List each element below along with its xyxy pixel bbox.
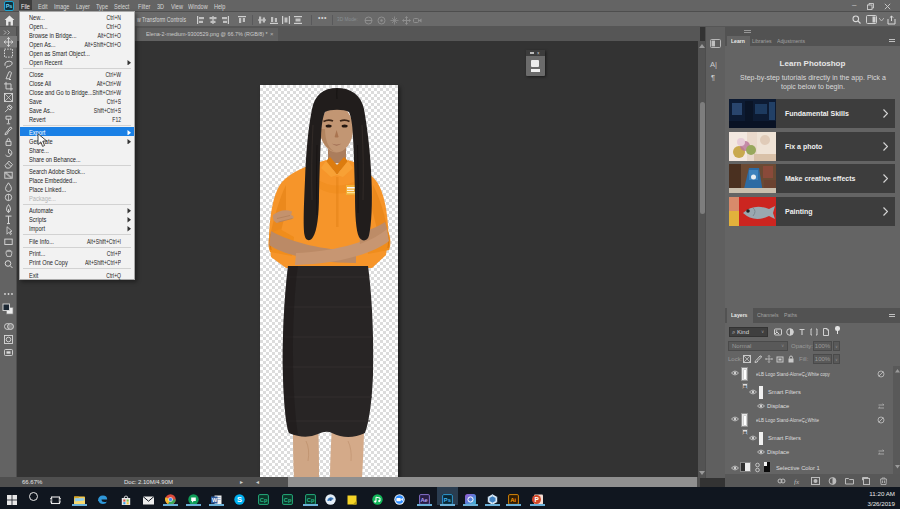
svg-text:S: S	[237, 495, 242, 504]
svg-text:fx: fx	[794, 478, 800, 486]
svg-text:W: W	[212, 497, 218, 503]
svg-text:Cp: Cp	[307, 497, 315, 503]
svg-text:Ps: Ps	[444, 497, 451, 503]
svg-text:P: P	[535, 496, 540, 503]
svg-text:Ai: Ai	[510, 497, 516, 503]
svg-text:Ae: Ae	[420, 497, 428, 503]
svg-text:Cp: Cp	[284, 497, 292, 503]
svg-text:Cp: Cp	[260, 497, 268, 503]
